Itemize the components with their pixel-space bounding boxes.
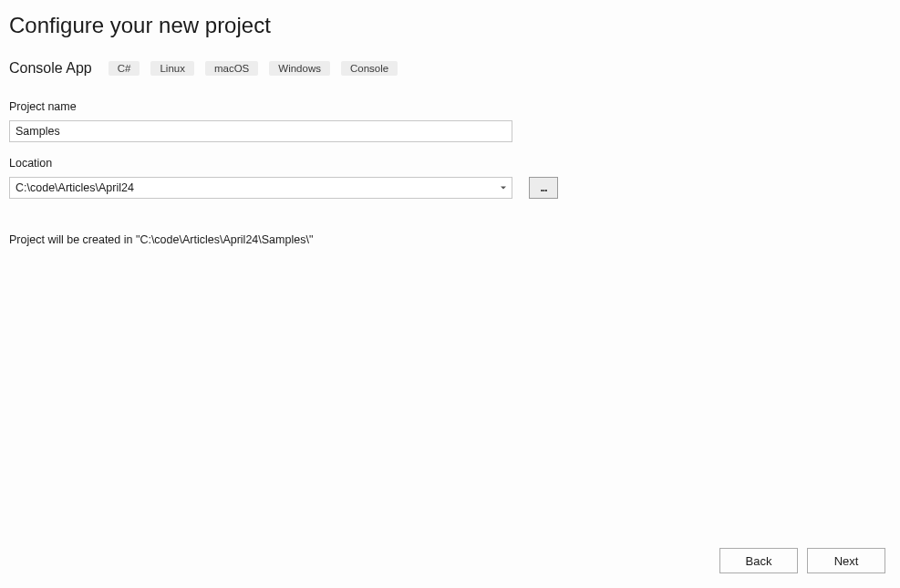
- template-tag: C#: [109, 61, 140, 76]
- template-info-row: Console App C# Linux macOS Windows Conso…: [9, 60, 891, 77]
- template-tag: macOS: [205, 61, 258, 76]
- template-name: Console App: [9, 60, 92, 77]
- footer-button-row: Back Next: [719, 548, 885, 573]
- location-label: Location: [9, 157, 891, 170]
- chevron-down-icon: [501, 187, 506, 190]
- location-dropdown[interactable]: C:\code\Articles\April24: [9, 177, 512, 199]
- location-field-group: Location C:\code\Articles\April24 ...: [9, 157, 891, 199]
- template-tag: Windows: [269, 61, 330, 76]
- next-button[interactable]: Next: [807, 548, 885, 573]
- browse-button[interactable]: ...: [529, 177, 558, 199]
- project-name-input[interactable]: [9, 120, 512, 142]
- location-value: C:\code\Articles\April24: [16, 181, 134, 194]
- project-name-field-group: Project name: [9, 100, 891, 142]
- back-button[interactable]: Back: [719, 548, 798, 573]
- template-tag: Linux: [150, 61, 194, 76]
- page-title: Configure your new project: [9, 13, 891, 38]
- template-tag: Console: [341, 61, 398, 76]
- creation-path-text: Project will be created in "C:\code\Arti…: [9, 233, 891, 246]
- project-name-label: Project name: [9, 100, 891, 113]
